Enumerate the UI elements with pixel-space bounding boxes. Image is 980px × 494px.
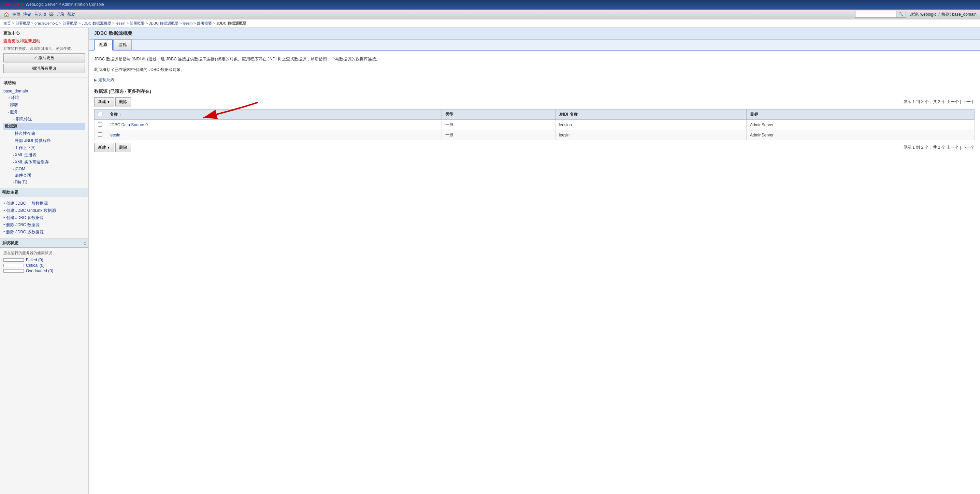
row2-checkbox[interactable] xyxy=(98,132,102,137)
sort-arrow[interactable]: ↑ xyxy=(119,113,121,116)
help-link-create-multi[interactable]: 创建 JDBC 多数据源 xyxy=(3,214,85,221)
status-overloaded-bar xyxy=(3,269,24,273)
customize-table-link[interactable]: 定制此表 xyxy=(94,77,975,83)
pagination-top: 显示 1 到 2 个，共 2 个 上一个 | 下一个 xyxy=(903,99,975,105)
delete-button-top[interactable]: 删除 xyxy=(115,97,131,106)
delete-button-bottom[interactable]: 删除 xyxy=(115,143,131,152)
product-name: WebLogic Server™ Administration Console xyxy=(25,2,104,7)
breadcrumb-jdbc2[interactable]: JDBC 数据源概要 xyxy=(149,21,178,25)
home-icon[interactable]: 🏠 xyxy=(3,11,10,17)
tree-messaging[interactable]: +消息传送 xyxy=(3,116,85,123)
breadcrumb-deploy2[interactable]: 部署概要 xyxy=(62,21,78,25)
row1-name-cell: JDBC Data Source-0 xyxy=(106,120,442,130)
new-button-bottom[interactable]: 新建 ▼ xyxy=(94,143,114,152)
help-link-create-jdbc[interactable]: 创建 JDBC 一般数据源 xyxy=(3,200,85,207)
domain-structure-title: 域结构 xyxy=(3,80,85,86)
tree-external-jndi[interactable]: -外部 JNDI 提供程序 xyxy=(3,137,85,144)
tree-base-domain[interactable]: base_domain xyxy=(3,88,85,94)
table-row: leesin 一般 leesin AdminServer xyxy=(94,130,975,140)
status-failed-row: Failed (0) xyxy=(3,257,85,262)
row1-jndi-cell: leesina xyxy=(555,120,746,130)
status-failed-bar xyxy=(3,258,24,262)
row1-checkbox[interactable] xyxy=(98,122,102,127)
system-status-subtitle: 正在运行的服务器的健康状况 xyxy=(3,250,85,256)
status-overloaded-row: Overloaded (0) xyxy=(3,268,85,273)
domain-structure: 域结构 base_domain +环境 -部署 -服务 +消息传送 数据源 -持… xyxy=(0,78,88,188)
description-2: 此页概括了已在该域中创建的 JDBC 数据源对象。 xyxy=(94,67,975,73)
tree-services[interactable]: -服务 xyxy=(3,108,85,116)
change-center-warning: 存在暂挂更改。必须将其激活，使其生效。 xyxy=(3,46,85,51)
tree-jcom[interactable]: -jCOM xyxy=(3,166,85,172)
tree-xml-cache[interactable]: -XML 实体高速缓存 xyxy=(3,159,85,166)
tab-configuration[interactable]: 配置 xyxy=(94,40,113,51)
cancel-changes-button[interactable]: 撤消所有更改 xyxy=(3,64,85,73)
breadcrumb-leesin2[interactable]: leesin xyxy=(183,21,193,25)
data-table: 名称 ↑ 类型 JNDI 名称 目标 xyxy=(94,109,975,140)
main-layout: 更改中心 查看更改和重新启动 存在暂挂更改。必须将其激活，使其生效。 激活更改 … xyxy=(0,28,980,494)
search-button[interactable]: 🔍 xyxy=(896,11,906,18)
status-overloaded-link[interactable]: Overloaded (0) xyxy=(26,268,53,273)
sidebar: 更改中心 查看更改和重新启动 存在暂挂更改。必须将其激活，使其生效。 激活更改 … xyxy=(0,28,89,494)
nav-help[interactable]: 帮助 xyxy=(67,12,75,17)
row1-name-link[interactable]: JDBC Data Source-0 xyxy=(110,122,148,127)
activate-changes-button[interactable]: 激活更改 xyxy=(3,53,85,62)
status-failed-link[interactable]: Failed (0) xyxy=(26,257,43,262)
status-critical-link[interactable]: Critical (0) xyxy=(26,263,45,268)
change-center: 更改中心 查看更改和重新启动 存在暂挂更改。必须将其激活，使其生效。 激活更改 … xyxy=(0,28,88,78)
help-collapse-button[interactable]: □ xyxy=(84,191,86,195)
breadcrumb-jdbc1[interactable]: JDBC 数据源概要 xyxy=(81,21,111,25)
tree-datasource[interactable]: 数据源 xyxy=(3,123,85,130)
tree-file-t3[interactable]: -File T3 xyxy=(3,179,85,185)
help-link-create-gridlink[interactable]: 创建 JDBC GridLink 数据源 xyxy=(3,207,85,214)
system-status-title: 系统状态 xyxy=(2,240,18,246)
tab-monitor[interactable]: 监视 xyxy=(113,40,132,50)
change-center-link[interactable]: 查看更改和重新启动 xyxy=(3,38,85,44)
breadcrumb-deploy3[interactable]: 部署概要 xyxy=(130,21,145,25)
tree-xml-registry[interactable]: -XML 注册表 xyxy=(3,151,85,159)
table-section-title: 数据源 (已筛选 - 更多列存在) xyxy=(94,88,975,94)
help-link-delete-multi[interactable]: 删除 JDBC 多数据源 xyxy=(3,229,85,236)
nav-home[interactable]: 主页 xyxy=(12,12,21,17)
system-status-collapse-button[interactable]: □ xyxy=(84,241,86,246)
new-dropdown-arrow: ▼ xyxy=(107,100,110,104)
breadcrumb-oracledemo[interactable]: oracleDemo-1 xyxy=(35,21,58,25)
th-jndi: JNDI 名称 xyxy=(555,110,746,120)
nav-bar: 🏠 主页 注销 首选项 🖼 记录 帮助 🔍 欢迎, weblogic 连接到: … xyxy=(0,10,980,19)
top-header: ORACLE WebLogic Server™ Administration C… xyxy=(0,0,980,10)
help-section-title: 帮助主题 xyxy=(2,190,18,195)
new-dropdown-arrow-bottom: ▼ xyxy=(107,146,110,149)
status-critical-row: Critical (0) xyxy=(3,263,85,268)
system-status: 系统状态 □ 正在运行的服务器的健康状况 Failed (0) Critical… xyxy=(0,239,88,277)
new-label: 新建 xyxy=(98,99,106,105)
top-toolbar: 新建 ▼ 删除 显示 1 到 2 个，共 2 个 上一个 | 下一个 xyxy=(94,97,975,106)
page-title: JDBC 数据源概要 xyxy=(89,28,980,40)
status-critical-bar xyxy=(3,264,24,267)
change-center-title: 更改中心 xyxy=(3,30,85,36)
nav-links: 🏠 主页 注销 首选项 🖼 记录 帮助 xyxy=(3,11,75,17)
row2-name-link[interactable]: leesin xyxy=(110,133,120,138)
breadcrumb-home[interactable]: 主页 xyxy=(3,21,11,25)
image-icon: 🖼 xyxy=(49,12,54,17)
row2-type-cell: 一般 xyxy=(442,130,555,140)
row1-target-cell: AdminServer xyxy=(746,120,974,130)
nav-log[interactable]: 记录 xyxy=(56,12,65,17)
select-all-checkbox[interactable] xyxy=(98,112,102,116)
help-link-delete-jdbc[interactable]: 删除 JDBC 数据源 xyxy=(3,221,85,229)
breadcrumb-leesin1[interactable]: leesin xyxy=(116,21,126,25)
tree-mail-session[interactable]: -邮件会话 xyxy=(3,172,85,179)
tree-environment[interactable]: +环境 xyxy=(3,94,85,101)
tree-persistent-store[interactable]: -持久性存储 xyxy=(3,130,85,137)
search-input[interactable] xyxy=(855,11,896,18)
breadcrumb-deploy4[interactable]: 部署概要 xyxy=(197,21,212,25)
row2-target-cell: AdminServer xyxy=(746,130,974,140)
search-box: 🔍 xyxy=(855,11,906,18)
new-button-top[interactable]: 新建 ▼ xyxy=(94,97,114,106)
nav-preferences[interactable]: 首选项 xyxy=(34,12,46,17)
nav-logout[interactable]: 注销 xyxy=(23,12,32,17)
row1-type-cell: 一般 xyxy=(442,120,555,130)
tree-work-context[interactable]: -工作上下文 xyxy=(3,144,85,151)
breadcrumb: 主页 > 部署概要 > oracleDemo-1 > 部署概要 > JDBC 数… xyxy=(0,19,980,28)
breadcrumb-deployments[interactable]: 部署概要 xyxy=(15,21,30,25)
row2-checkbox-cell xyxy=(94,130,106,140)
tree-deployments[interactable]: -部署 xyxy=(3,101,85,108)
